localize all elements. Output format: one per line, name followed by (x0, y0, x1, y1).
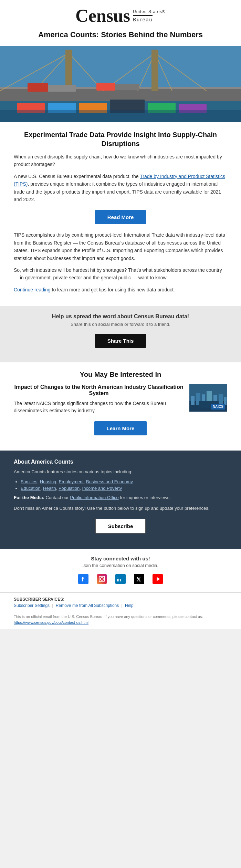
learn-more-container: Learn More (14, 421, 227, 435)
about-section: About America Counts America Counts feat… (0, 451, 241, 549)
email-wrapper: Census United States® Bureau America Cou… (0, 0, 241, 629)
about-intro: America Counts features stories on vario… (14, 468, 227, 476)
share-button-container: Share This (14, 334, 227, 348)
population-link[interactable]: Population (59, 486, 80, 491)
article-section: Experimental Trade Data Provide Insight … (0, 122, 241, 306)
census-contact-link[interactable]: https://www.census.gov/bout/contact-us.h… (14, 620, 88, 624)
newsletter-title: America Counts: Stories Behind the Numbe… (14, 25, 227, 43)
families-link[interactable]: Families (21, 479, 37, 484)
share-button[interactable]: Share This (95, 334, 146, 348)
footer-disclaimer: This is an official email from the U.S. … (0, 611, 241, 629)
logo-right: United States® Bureau (133, 9, 166, 22)
svg-rect-27 (191, 396, 195, 405)
interested-section: You May Be Interested In Impact of Chang… (0, 362, 241, 451)
svg-rect-13 (151, 50, 158, 91)
svg-rect-15 (48, 85, 76, 92)
read-more-container: Read More (14, 210, 227, 224)
help-link[interactable]: Help (125, 603, 134, 608)
subscribe-button[interactable]: Subscribe (95, 519, 146, 534)
logo-census-text: Census (75, 7, 130, 25)
about-topics-list: Families, Housing, Employment, Business … (21, 479, 227, 491)
share-subtitle: Share this on social media or forward it… (14, 322, 227, 327)
hero-image (0, 46, 241, 122)
youtube-icon[interactable] (151, 573, 164, 585)
svg-rect-37 (97, 574, 107, 584)
about-america-counts-link[interactable]: America Counts (31, 459, 73, 465)
footer-links: Subscriber Settings | Remove me from All… (14, 603, 227, 608)
interested-section-title: You May Be Interested In (14, 371, 227, 379)
continue-reading-link[interactable]: Continue reading (14, 287, 51, 292)
svg-text:in: in (117, 577, 121, 582)
article-para1: When an event disrupts the supply chain,… (14, 153, 227, 168)
interested-card-body: The latest NAICS brings significant chan… (14, 400, 184, 414)
read-more-button[interactable]: Read More (95, 210, 146, 224)
naics-badge: NAICS (211, 404, 225, 410)
article-para5: Continue reading to learn more and get t… (14, 286, 227, 293)
article-title: Experimental Trade Data Provide Insight … (14, 130, 227, 148)
subscriber-settings-link[interactable]: Subscriber Settings (14, 603, 50, 608)
public-info-link[interactable]: Public Information Office (70, 495, 118, 500)
income-poverty-link[interactable]: Income and Poverty (82, 486, 122, 491)
interested-thumb: NAICS (189, 384, 227, 412)
footer-services-label: SUBSCRIBER SERVICES: (14, 597, 227, 602)
header: Census United States® Bureau America Cou… (0, 0, 241, 46)
svg-rect-17 (115, 84, 139, 90)
housing-link[interactable]: Housing (40, 479, 56, 484)
interested-card-text: Impact of Changes to the North American … (14, 384, 184, 414)
employment-link[interactable]: Employment (59, 479, 84, 484)
svg-rect-24 (0, 110, 241, 122)
learn-more-button[interactable]: Learn More (94, 421, 147, 435)
article-para4: So, which industries will be hardest hit… (14, 266, 227, 282)
logo-area: Census United States® Bureau (75, 7, 166, 25)
social-icons-row: f (14, 573, 227, 585)
education-link[interactable]: Education (21, 486, 41, 491)
subscribe-container: Subscribe (14, 519, 227, 534)
instagram-icon[interactable] (96, 573, 108, 585)
social-title: Stay connected with us! (14, 556, 227, 561)
svg-rect-14 (28, 83, 48, 92)
interested-card-title: Impact of Changes to the North American … (14, 384, 184, 396)
about-list-item-2: Education, Health, Population, Income an… (21, 486, 227, 491)
about-media: For the Media: Contact our Public Inform… (14, 494, 227, 502)
footer: SUBSCRIBER SERVICES: Subscriber Settings… (0, 592, 241, 611)
x-twitter-icon[interactable]: 𝕏 (133, 573, 145, 585)
remove-subscriptions-link[interactable]: Remove me from All Subscriptions (56, 603, 119, 608)
svg-text:f: f (82, 576, 84, 583)
about-list-item-1: Families, Housing, Employment, Business … (21, 479, 227, 484)
health-link[interactable]: Health (43, 486, 56, 491)
social-subtitle: Join the conversation on social media. (14, 563, 227, 568)
business-economy-link[interactable]: Business and Economy (86, 479, 133, 484)
article-para3: TIPS accomplishes this by combining prod… (14, 231, 227, 262)
linkedin-icon[interactable]: in (114, 573, 127, 585)
about-title: About America Counts (14, 459, 227, 465)
interested-card: Impact of Changes to the North American … (14, 384, 227, 414)
svg-text:𝕏: 𝕏 (136, 577, 141, 582)
share-section: Help us spread the word about Census Bur… (0, 306, 241, 362)
social-section: Stay connected with us! Join the convers… (0, 549, 241, 592)
share-title: Help us spread the word about Census Bur… (14, 313, 227, 320)
about-dont-miss: Don't miss an America Counts story! Use … (14, 505, 227, 512)
logo-united-states: United States® (133, 9, 166, 14)
svg-rect-32 (219, 394, 223, 405)
article-para2: A new U.S. Census Bureau experimental da… (14, 173, 227, 204)
svg-rect-16 (96, 83, 115, 91)
logo-bureau: Bureau (133, 15, 153, 22)
svg-point-40 (104, 576, 105, 577)
facebook-icon[interactable]: f (77, 573, 90, 585)
